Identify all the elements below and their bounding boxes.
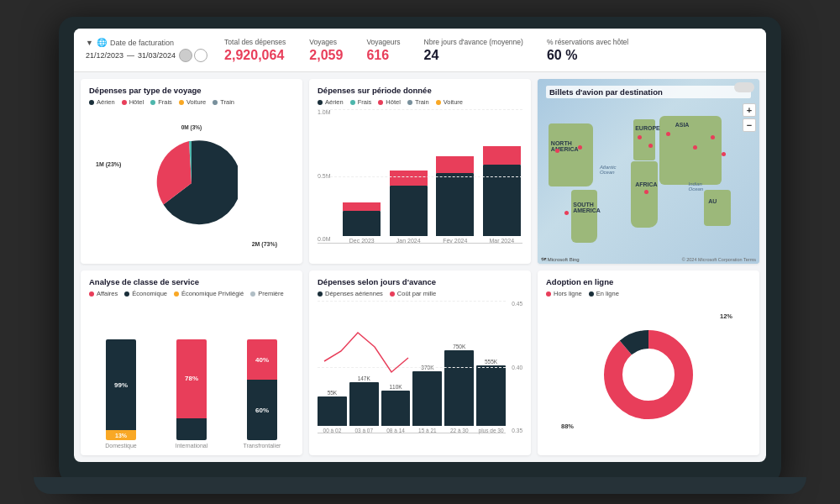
- ld-affaires: [89, 291, 94, 297]
- ld-aerien: [318, 100, 323, 105]
- legend-dot-train: [213, 100, 218, 105]
- ld-dep-aer: [318, 291, 323, 297]
- map-area: NORTHAMERICA SOUTHAMERICA EUROPE AFRICA …: [538, 99, 759, 264]
- bar-transfrontalier: 40% 60% Transfrontalier: [230, 339, 294, 449]
- bar-fev-hotel: [436, 156, 474, 173]
- service-class-card: Analyse de classe de service Affaires Éc…: [81, 270, 302, 455]
- ld-hors-ligne: [546, 291, 551, 297]
- cal-circle-left: [179, 49, 192, 62]
- bing-logo: 🗺 Microsoft Bing: [541, 257, 580, 262]
- advance-days-card: Dépenses selon jours d'avance Dépenses a…: [309, 270, 531, 455]
- legend-aerien: Aérien: [89, 98, 115, 106]
- laptop-frame: ▼ 🌐 Date de facturation 21/12/2023 — 31/…: [59, 17, 781, 487]
- map-title: Billets d'avion par destination: [546, 86, 751, 98]
- map-dot-9: [564, 211, 569, 215]
- bar-chart-area: 1.0M 0.5M 0.0M: [318, 109, 522, 257]
- donut-container: 12% 88%: [546, 301, 751, 449]
- adv-bars-container: 55K 00 à 02 147K 03 à 07: [318, 301, 522, 449]
- filter-bar: ▼ 🌐 Date de facturation 21/12/2023 — 31/…: [74, 29, 766, 72]
- adoption-legend: Hors ligne En ligne: [546, 290, 751, 297]
- dashboard: ▼ 🌐 Date de facturation 21/12/2023 — 31/…: [74, 29, 766, 462]
- map-dot-2: [578, 145, 582, 150]
- advance-days-title: Dépenses selon jours d'avance: [318, 277, 522, 286]
- bar-dec-aerien: [343, 211, 381, 236]
- pie-chart-card: Dépenses par type de voyage Aérien Hôtel: [81, 79, 302, 264]
- kpi-total-depenses: Total des dépenses 2,920,064: [224, 38, 286, 63]
- bar-groups: Dec 2023 Jan 2024: [341, 109, 522, 244]
- line-svg: [318, 301, 506, 433]
- map-dot-10: [644, 190, 648, 194]
- kpi-group: Total des dépenses 2,920,064 Voyages 2,0…: [224, 38, 754, 63]
- ld-eco: [124, 291, 129, 297]
- legend-train: Train: [213, 98, 234, 106]
- pie-svg: [145, 137, 238, 229]
- bar-jan-hotel: [390, 171, 428, 186]
- ld-voiture: [436, 100, 441, 105]
- donut-label-12: 12%: [720, 312, 732, 320]
- ld-eco-priv: [174, 291, 179, 297]
- legend-voiture: Voiture: [179, 98, 206, 106]
- legend-dot-hotel: [122, 100, 127, 105]
- ld-premiere: [250, 291, 255, 297]
- map-dot-6: [693, 145, 697, 150]
- pie-label-1m: 1M (23%): [96, 161, 121, 167]
- seg-aff-trans: 40%: [247, 339, 277, 380]
- bar-fev: Fév 2024: [434, 156, 476, 244]
- legend-dot-frais: [150, 100, 155, 105]
- bar-international: 78% International: [160, 339, 223, 449]
- adoption-card: Adoption en ligne Hors ligne En ligne: [538, 270, 759, 455]
- legend-dot-aerien: [89, 100, 94, 105]
- bar-dec: Dec 2023: [341, 202, 383, 244]
- cal-circle-right: [194, 49, 207, 62]
- ld-hotel: [378, 100, 383, 105]
- map-dot-1: [555, 149, 559, 153]
- seg-eco-trans: 60%: [247, 380, 277, 440]
- main-grid: Dépenses par type de voyage Aérien Hôtel: [74, 72, 766, 462]
- map-zoom-in[interactable]: +: [743, 103, 756, 117]
- donut-label-88: 88%: [561, 423, 574, 430]
- bar-chart-card: Dépenses sur période donnée Aérien Frais…: [309, 79, 531, 264]
- globe-icon: 🌐: [97, 38, 107, 47]
- seg-eco-dom: 99%: [106, 339, 136, 430]
- funnel-icon: ▼: [86, 39, 93, 47]
- filter-label: ▼ 🌐 Date de facturation: [86, 38, 207, 47]
- advance-chart: 0.45 0.40 0.35: [318, 301, 522, 449]
- kpi-voyageurs: Voyageurs 616: [366, 38, 400, 63]
- bar-y-labels: 1.0M 0.5M 0.0M: [318, 109, 331, 242]
- seg-eco-int: [176, 418, 207, 440]
- ld-train: [407, 100, 412, 105]
- calendar-toggle[interactable]: [179, 49, 207, 62]
- date-filter[interactable]: ▼ 🌐 Date de facturation 21/12/2023 — 31/…: [86, 38, 207, 62]
- kpi-voyages: Voyages 2,059: [309, 38, 343, 63]
- advance-legend: Dépenses aériennes Coût par mille: [318, 290, 522, 297]
- bar-title: Dépenses sur période donnée: [318, 86, 522, 95]
- bar-mar: Mar 2024: [481, 146, 523, 244]
- bar-dec-hotel: [343, 202, 381, 211]
- bar-fev-aerien: [436, 173, 474, 236]
- service-class-title: Analyse de classe de service: [89, 277, 294, 286]
- ld-cout-mille: [390, 291, 395, 297]
- adoption-title: Adoption en ligne: [546, 277, 751, 286]
- map-dot-3: [638, 135, 642, 139]
- map-toggle[interactable]: [734, 82, 754, 92]
- bar-jan-aerien: [390, 186, 428, 236]
- red-line: [324, 333, 408, 372]
- donut-hole: [625, 351, 672, 398]
- bar-mar-hotel: [483, 146, 521, 165]
- pie-label-2m: 2M (73%): [252, 241, 277, 247]
- map-dot-7: [711, 135, 715, 139]
- kpi-jours-avance: Nbre jours d'avance (moyenne) 24: [424, 38, 523, 63]
- legend-dot-voiture: [179, 100, 184, 105]
- pie-legend: Aérien Hôtel Frais Voiture: [89, 98, 294, 106]
- legend-hotel: Hôtel: [122, 98, 144, 106]
- bar-mar-aerien: [483, 165, 521, 236]
- map-dot-8: [722, 152, 726, 156]
- ms-copyright: © 2024 Microsoft Corporation Terms: [682, 257, 756, 262]
- map-atlantic: AtlanticOcean: [600, 165, 617, 175]
- ld-frais: [350, 100, 355, 105]
- screen: ▼ 🌐 Date de facturation 21/12/2023 — 31/…: [74, 29, 766, 462]
- bar-legend: Aérien Frais Hôtel Train Voiture: [318, 98, 522, 106]
- ld-en-ligne: [589, 291, 594, 297]
- map-zoom-out[interactable]: −: [743, 118, 756, 132]
- map-dot-4: [648, 144, 653, 148]
